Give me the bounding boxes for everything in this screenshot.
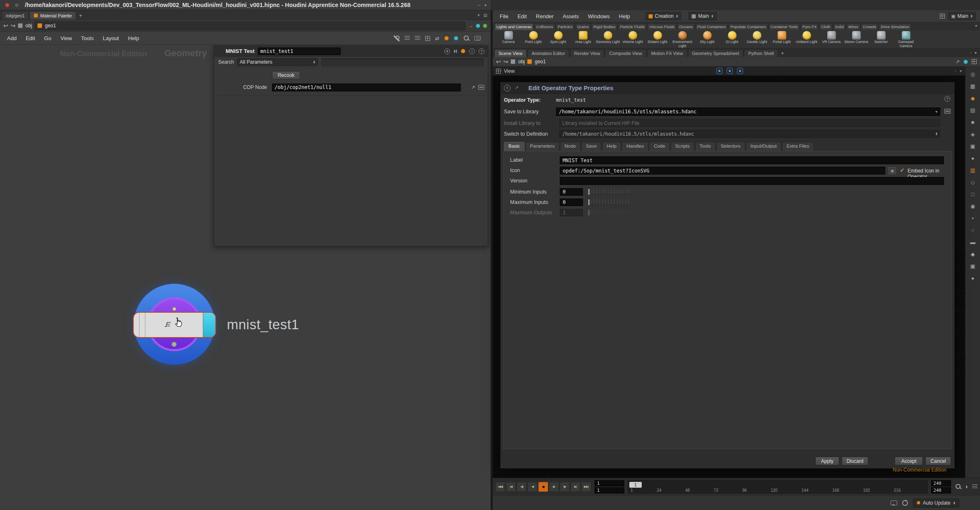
- cancel-button[interactable]: Cancel: [925, 457, 951, 465]
- timeline-ruler[interactable]: 1 124487296120144168192216: [628, 480, 928, 493]
- menu-item[interactable]: Render: [531, 13, 558, 19]
- back-icon[interactable]: ↩: [496, 58, 501, 65]
- playback-button[interactable]: ▶: [549, 482, 559, 492]
- current-frame-marker[interactable]: 1: [629, 482, 642, 488]
- menu-item[interactable]: Assets: [558, 13, 583, 19]
- shelf-tab[interactable]: Cloth: [819, 23, 832, 30]
- jump-to-operator-icon[interactable]: ↗: [956, 59, 960, 65]
- viewport-display-icon[interactable]: ▤: [969, 106, 977, 114]
- pin-icon[interactable]: [483, 24, 487, 28]
- frame-end-input[interactable]: 240: [931, 480, 951, 486]
- main-dropdown[interactable]: Main ▲▼: [689, 12, 716, 20]
- pane-tab[interactable]: Render View: [570, 49, 604, 57]
- pane-tab[interactable]: Composite View: [605, 49, 646, 57]
- shelf-tool[interactable]: Gamepad Camera: [893, 30, 918, 48]
- parameter-filter-input[interactable]: [321, 58, 484, 66]
- shelf-tool[interactable]: VR Camera: [819, 30, 844, 48]
- min-inputs-input[interactable]: 0: [560, 188, 583, 196]
- dialog-tab[interactable]: Save: [581, 142, 601, 151]
- dialog-tab[interactable]: Extra Files: [782, 142, 814, 151]
- path-node[interactable]: geo1: [535, 59, 546, 65]
- playback-button[interactable]: ■: [538, 482, 548, 492]
- shelf-tool[interactable]: Environment Light: [670, 30, 695, 48]
- houdini-engine-icon[interactable]: H: [454, 49, 457, 54]
- viewport-display-icon[interactable]: ▬: [969, 238, 977, 246]
- shelf-tool[interactable]: Spot Light: [546, 30, 571, 48]
- snapshot-icon[interactable]: [474, 36, 481, 41]
- recook-button[interactable]: Recook: [272, 71, 300, 79]
- node-chooser-icon[interactable]: [478, 85, 484, 90]
- tools-icon[interactable]: [394, 36, 400, 41]
- shelf-tab[interactable]: Collisions: [534, 23, 555, 30]
- refresh-icon[interactable]: [902, 500, 908, 506]
- pane-tab[interactable]: Python Shell: [744, 49, 778, 57]
- menu-item[interactable]: Edit: [513, 13, 531, 19]
- dialog-help-icon[interactable]: ?: [944, 96, 950, 102]
- viewport-display-icon[interactable]: ◆: [969, 250, 977, 258]
- save-to-library-input[interactable]: /home/takanori/houdini16.5/otls/mlassets…: [556, 108, 940, 116]
- shelf-tab[interactable]: Solid: [833, 23, 846, 30]
- menu-item[interactable]: File: [495, 13, 513, 19]
- layout-icon[interactable]: [972, 59, 977, 64]
- creation-dropdown[interactable]: Creation ▲▼: [645, 12, 681, 20]
- pane-maximize-icon[interactable]: ▫: [970, 50, 971, 55]
- select-tool-icon[interactable]: [716, 68, 722, 74]
- playback-button[interactable]: ▶▶|: [581, 482, 591, 492]
- path-context[interactable]: obj: [25, 23, 32, 29]
- node-name-input[interactable]: mnist_test1: [258, 48, 341, 55]
- shelf-add-button[interactable]: +: [975, 23, 978, 28]
- max-inputs-slider[interactable]: [588, 199, 629, 205]
- dialog-tab[interactable]: Node: [560, 142, 581, 151]
- node-display-flag[interactable]: [203, 313, 215, 337]
- playback-end-input[interactable]: 240: [931, 487, 951, 493]
- pane-tab[interactable]: Motion FX View: [647, 49, 687, 57]
- menu-item[interactable]: View: [56, 35, 77, 41]
- pane-tab[interactable]: Geometry Spreadsheet: [688, 49, 744, 57]
- viewport-display-icon[interactable]: ▣: [969, 142, 977, 150]
- pane-tab[interactable]: Animation Editor: [527, 49, 569, 57]
- shelf-tool[interactable]: Distant Light: [645, 30, 670, 48]
- dropdown-caret-icon[interactable]: ▼: [935, 110, 937, 114]
- shelf-tool[interactable]: Ambient Light: [794, 30, 819, 48]
- link-icon[interactable]: [476, 24, 480, 28]
- icon-chooser-button[interactable]: ▣: [889, 167, 896, 174]
- desktop-selector[interactable]: ▣ Main ▲▼: [948, 12, 976, 20]
- info-icon[interactable]: i: [469, 48, 475, 54]
- viewport-display-icon[interactable]: ▪: [969, 214, 977, 222]
- shelf-tab[interactable]: Container Tools: [768, 23, 800, 30]
- add-pane-tab-button[interactable]: +: [779, 50, 786, 57]
- grid-view-icon[interactable]: [425, 36, 430, 41]
- dialog-tab[interactable]: Tools: [695, 142, 715, 151]
- handles-tool-icon[interactable]: [737, 68, 743, 74]
- icon-input[interactable]: opdef:/Sop/mnist_test?IconSVG: [560, 167, 885, 175]
- jump-to-operator-icon[interactable]: →: [468, 23, 473, 29]
- switch-to-definition-dropdown[interactable]: /home/takanori/houdini16.5/otls/mlassets…: [559, 130, 940, 138]
- cook-icon[interactable]: ✳: [444, 48, 450, 54]
- swap-view-icon[interactable]: ⇄: [435, 36, 439, 41]
- shelf-tool[interactable]: Area Light: [571, 30, 595, 48]
- window-minimize-icon[interactable]: ─: [477, 3, 480, 7]
- menu-item[interactable]: Help: [123, 35, 144, 41]
- forward-icon[interactable]: ↪: [503, 58, 508, 65]
- shelf-tab[interactable]: Rigid Bodies: [591, 23, 617, 30]
- viewport-display-icon[interactable]: ▦: [969, 82, 977, 90]
- search-scope-dropdown[interactable]: All Parameters ▲▼: [237, 58, 318, 66]
- version-input[interactable]: [560, 177, 944, 185]
- node-input-connector[interactable]: [172, 307, 176, 311]
- badge-icon[interactable]: [444, 36, 449, 41]
- shelf-tool[interactable]: Portal Light: [769, 30, 794, 48]
- shelf-tab[interactable]: Populate Containers: [728, 23, 768, 30]
- desktop-grid-icon[interactable]: [940, 14, 945, 19]
- discard-button[interactable]: Discard: [842, 457, 868, 465]
- dialog-tab[interactable]: Help: [602, 142, 621, 151]
- viewport-display-icon[interactable]: ◎: [969, 70, 977, 78]
- menu-item[interactable]: Add: [2, 35, 21, 41]
- dialog-tab[interactable]: Parameters: [525, 142, 559, 151]
- zoom-range-icon[interactable]: [955, 484, 961, 490]
- viewport-display-icon[interactable]: ■: [969, 118, 977, 126]
- dialog-tab[interactable]: Input/Output: [746, 142, 781, 151]
- menu-item[interactable]: Help: [614, 13, 635, 19]
- shelf-tool[interactable]: Caustic Light: [744, 30, 769, 48]
- playback-button[interactable]: ▶|: [571, 482, 580, 492]
- menu-item[interactable]: Edit: [21, 35, 39, 41]
